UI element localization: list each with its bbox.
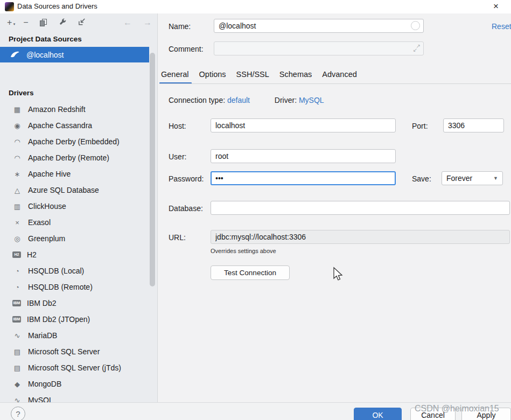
driver-properties-wrench-icon[interactable]: [59, 18, 67, 27]
driver-item-apache-cassandra[interactable]: ◉Apache Cassandra: [0, 117, 149, 134]
driver-label: Apache Hive: [28, 170, 71, 178]
driver-label: Greenplum: [28, 234, 65, 243]
datagrip-app-icon: [5, 2, 14, 11]
sidebar: +▾ − ← → Project Data Sources @localhost…: [0, 13, 158, 402]
driver-label: Amazon Redshift: [28, 105, 86, 114]
sql-server-icon: ▤: [12, 364, 22, 372]
apply-button[interactable]: Apply: [461, 408, 511, 420]
driver-item-apache-derby-embedded[interactable]: ◠Apache Derby (Embedded): [0, 134, 149, 150]
driver-item-hsqldb-remote[interactable]: ◔HSQLDB (Remote): [0, 279, 149, 295]
azure-icon: △: [12, 186, 22, 194]
connection-type-link[interactable]: default: [227, 96, 250, 104]
remove-icon[interactable]: −: [23, 18, 28, 27]
driver-label: Apache Derby (Remote): [28, 153, 109, 162]
driver-label-text: Driver:: [275, 96, 297, 104]
driver-item-azure-sql[interactable]: △Azure SQL Database: [0, 182, 149, 198]
tabs-separator: [159, 83, 511, 84]
user-input[interactable]: [211, 149, 396, 163]
sidebar-scrollbar[interactable]: [150, 53, 155, 286]
save-dropdown-value: Forever: [446, 174, 472, 183]
driver-label: Apache Cassandra: [28, 121, 92, 130]
duplicate-icon[interactable]: [40, 19, 47, 26]
data-source-item-localhost[interactable]: @localhost: [0, 47, 149, 62]
cancel-button[interactable]: Cancel: [410, 408, 456, 420]
greenplum-icon: ◎: [12, 235, 22, 243]
test-connection-button[interactable]: Test Connection: [211, 265, 290, 280]
driver-item-amazon-redshift[interactable]: ▦Amazon Redshift: [0, 101, 149, 117]
driver-item-apache-hive[interactable]: ∗Apache Hive: [0, 166, 149, 182]
name-field-wrap: [214, 19, 424, 33]
driver-link[interactable]: MySQL: [299, 96, 324, 104]
driver-item-greenplum[interactable]: ◎Greenplum: [0, 230, 149, 247]
driver-item-clickhouse[interactable]: ▥ClickHouse: [0, 198, 149, 214]
chevron-down-icon: ▾: [13, 20, 16, 29]
host-label: Host:: [169, 122, 186, 130]
driver-label: H2: [27, 250, 37, 259]
password-input[interactable]: [211, 171, 396, 185]
plus-glyph: +: [7, 18, 12, 27]
drivers-header: Drivers: [9, 89, 34, 97]
mouse-cursor: [332, 267, 344, 283]
expand-icon[interactable]: ↗↙: [413, 43, 421, 53]
name-input[interactable]: [214, 19, 424, 33]
tab-options[interactable]: Options: [199, 70, 227, 79]
driver-item-mssql[interactable]: ▤Microsoft SQL Server: [0, 344, 149, 360]
tab-schemas[interactable]: Schemas: [279, 70, 312, 79]
ibm-db2-icon: IBM: [12, 300, 21, 306]
ibm-db2-icon: IBM: [12, 316, 21, 323]
driver-label: IBM Db2 (JTOpen): [27, 315, 90, 324]
host-input[interactable]: [211, 118, 396, 132]
cassandra-icon: ◉: [12, 122, 22, 130]
tab-general[interactable]: General: [160, 70, 190, 79]
copy-front-rect: [40, 20, 45, 26]
driver-item-ibm-db2[interactable]: IBMIBM Db2: [0, 295, 149, 311]
driver-label: MariaDB: [28, 331, 57, 340]
port-input[interactable]: [443, 118, 504, 132]
settings-tabs: General Options SSH/SSL Schemas Advanced: [160, 70, 358, 79]
reset-link[interactable]: Reset: [492, 22, 511, 31]
comment-field-wrap: ↗↙: [214, 41, 424, 55]
driver-label: Apache Derby (Embedded): [28, 137, 120, 146]
driver-label: Exasol: [28, 218, 51, 227]
save-label: Save:: [412, 174, 431, 183]
driver-item-mariadb[interactable]: ∿MariaDB: [0, 327, 149, 344]
driver-item-ibm-db2-jtopen[interactable]: IBMIBM Db2 (JTOpen): [0, 311, 149, 327]
redshift-icon: ▦: [12, 106, 22, 114]
mysql-dolphin-icon: [10, 51, 19, 58]
database-input[interactable]: [211, 201, 510, 215]
ok-button[interactable]: OK: [354, 408, 402, 420]
expand-arrow-sw: ↙: [413, 47, 417, 53]
driver-item-mongodb[interactable]: ◆MongoDB: [0, 376, 149, 392]
driver-item-exasol[interactable]: ×Exasol: [0, 214, 149, 230]
chevron-down-icon: ▼: [493, 176, 498, 181]
url-hint: Overrides settings above: [211, 248, 276, 254]
add-data-source-icon[interactable]: +▾: [7, 18, 12, 27]
save-dropdown[interactable]: Forever ▼: [442, 171, 503, 185]
exasol-icon: ×: [12, 219, 22, 227]
url-label: URL:: [169, 233, 186, 242]
driver-item-mssql-jtds[interactable]: ▤Microsoft SQL Server (jTds): [0, 360, 149, 376]
dialog-title: Data Sources and Drivers: [17, 2, 97, 10]
derby-icon: ◠: [12, 138, 22, 146]
comment-input[interactable]: [214, 41, 424, 55]
driver-item-h2[interactable]: H2H2: [0, 247, 149, 263]
project-data-sources-header: Project Data Sources: [9, 35, 82, 43]
data-sources-dialog: Data Sources and Drivers × +▾ − ← → Proj…: [0, 0, 511, 420]
url-input[interactable]: [211, 230, 510, 244]
hsqldb-icon: ◔: [12, 267, 22, 275]
mariadb-icon: ∿: [12, 332, 22, 340]
driver-item-apache-derby-remote[interactable]: ◠Apache Derby (Remote): [0, 150, 149, 166]
forward-arrow-icon[interactable]: →: [143, 18, 152, 27]
close-icon[interactable]: ×: [493, 1, 499, 12]
h2-icon: H2: [12, 251, 21, 258]
tab-advanced[interactable]: Advanced: [321, 70, 358, 79]
help-button[interactable]: ?: [11, 407, 25, 420]
database-label: Database:: [169, 204, 203, 213]
sql-server-icon: ▤: [12, 348, 22, 356]
clickhouse-icon: ▥: [12, 202, 22, 211]
tab-ssh-ssl[interactable]: SSH/SSL: [236, 70, 270, 79]
driver-label: HSQLDB (Remote): [28, 283, 93, 291]
import-icon[interactable]: [78, 18, 86, 27]
driver-item-hsqldb-local[interactable]: ◔HSQLDB (Local): [0, 263, 149, 279]
back-arrow-icon[interactable]: ←: [123, 18, 132, 27]
